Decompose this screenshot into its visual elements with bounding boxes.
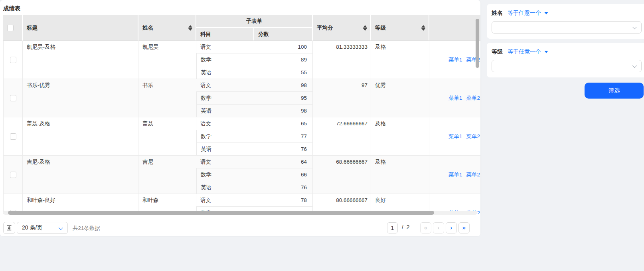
grid-card: 成绩表 标题 姓 (0, 0, 480, 236)
filter-grade-label: 等级 (492, 48, 503, 55)
row-checkbox[interactable] (10, 133, 16, 140)
page-root: 成绩表 标题 姓 (0, 0, 644, 271)
page-size-select[interactable]: 20 条/页 (17, 222, 68, 234)
score-cell: 77 (254, 130, 313, 143)
row-action-link[interactable]: 菜单1 (448, 95, 462, 101)
subject-cell: 数学 (196, 168, 254, 181)
row-name-cell: 书乐 (138, 79, 196, 117)
row-title-cell: 盖聂-及格 (23, 117, 138, 156)
row-grade-cell: 及格 (371, 156, 429, 194)
filter-card-grade: 等级 等于任意一个 (487, 43, 644, 77)
subject-cell: 英语 (196, 66, 254, 79)
subject-cell: 语文 (196, 156, 254, 168)
table-row: 和叶森-良好 和叶森 语文 78 80.66666667 良好 菜单1菜单2 (3, 194, 480, 207)
current-page-input[interactable]: 1 (387, 222, 398, 233)
row-checkbox-cell (3, 156, 23, 194)
row-action-link[interactable]: 菜单2 (466, 95, 480, 101)
last-page-button[interactable]: » (458, 222, 470, 233)
prev-page-button[interactable]: ‹ (433, 222, 444, 233)
score-cell: 64 (254, 156, 313, 168)
row-action-link[interactable]: 菜单1 (448, 57, 462, 63)
header-actions (429, 15, 480, 41)
score-cell: 55 (254, 66, 313, 79)
score-cell: 98 (254, 105, 313, 117)
row-action-link[interactable]: 菜单2 (466, 172, 480, 178)
row-average-cell: 68.66666667 (313, 156, 371, 194)
row-actions-cell: 菜单1菜单2 (429, 117, 480, 156)
filter-grade-select[interactable] (492, 60, 642, 72)
row-checkbox[interactable] (10, 95, 16, 101)
row-checkbox[interactable] (10, 57, 16, 63)
page-count-label: / 2 (402, 224, 411, 230)
header-score: 分数 (254, 28, 313, 41)
next-page-button[interactable]: › (446, 222, 457, 233)
filter-name-operator[interactable]: 等于任意一个 (508, 10, 548, 17)
table-row: 吉尼-及格 吉尼 语文 64 68.66666667 及格 菜单1菜单2 (3, 156, 480, 168)
table-body: 凯尼昊-及格 凯尼昊 语文 100 81.33333333 及格 菜单1菜单2 … (3, 41, 480, 214)
header-name: 姓名 (138, 15, 196, 41)
row-action-link[interactable]: 菜单2 (466, 133, 480, 139)
sort-icon-name[interactable] (188, 25, 192, 31)
subject-cell: 语文 (196, 41, 254, 53)
row-checkbox-cell (3, 79, 23, 117)
row-title-cell: 吉尼-及格 (23, 156, 138, 194)
double-chevron-right-icon: » (462, 225, 466, 231)
horizontal-scrollbar-thumb[interactable] (8, 211, 434, 215)
header-subject: 科目 (196, 28, 254, 41)
grid-title: 成绩表 (3, 5, 21, 12)
table-row: 书乐-优秀 书乐 语文 98 97 优秀 菜单1菜单2 (3, 79, 480, 92)
row-checkbox[interactable] (10, 172, 16, 178)
table-row: 盖聂-及格 盖聂 语文 65 72.66666667 及格 菜单1菜单2 (3, 117, 480, 130)
score-cell: 100 (254, 41, 313, 53)
chevron-left-icon: ‹ (437, 225, 440, 231)
chevron-right-icon: › (450, 225, 452, 231)
subject-cell: 语文 (196, 117, 254, 130)
row-average-cell: 81.33333333 (313, 41, 371, 79)
subject-cell: 英语 (196, 105, 254, 117)
double-chevron-left-icon: « (424, 225, 428, 231)
expand-height-button[interactable] (3, 222, 15, 234)
row-title-cell: 书乐-优秀 (23, 79, 138, 117)
header-title: 标题 (23, 15, 138, 41)
row-action-link[interactable]: 菜单1 (448, 172, 462, 178)
select-all-checkbox[interactable] (7, 25, 14, 31)
filter-card-name: 姓名 等于任意一个 (487, 4, 644, 39)
filter-name-label: 姓名 (492, 10, 503, 17)
row-action-link[interactable]: 菜单1 (448, 133, 462, 139)
score-cell: 89 (254, 53, 313, 66)
score-cell: 98 (254, 79, 313, 92)
subject-cell: 英语 (196, 181, 254, 194)
header-average: 平均分 (313, 15, 371, 41)
header-select-all-cell (3, 15, 23, 41)
header-grade: 等级 (371, 15, 429, 41)
grid-footer: 20 条/页 共21条数据 1 / 2 « ‹ › » (0, 219, 480, 236)
first-page-button[interactable]: « (420, 222, 431, 233)
filter-name-select[interactable] (492, 21, 642, 34)
row-grade-cell: 优秀 (371, 79, 429, 117)
expand-height-icon (6, 225, 12, 231)
row-actions-cell: 菜单1菜单2 (429, 41, 480, 79)
score-cell: 66 (254, 168, 313, 181)
table-viewport: 标题 姓名 子表单 平均分 (3, 15, 480, 214)
horizontal-scrollbar-track[interactable] (3, 211, 477, 215)
score-cell: 65 (254, 117, 313, 130)
sort-icon-average[interactable] (363, 25, 367, 31)
total-count-label: 共21条数据 (73, 225, 100, 232)
row-average-cell: 97 (313, 79, 371, 117)
header-subform: 子表单 (196, 15, 313, 28)
row-grade-cell: 及格 (371, 41, 429, 79)
filter-grade-operator[interactable]: 等于任意一个 (508, 48, 548, 55)
grade-table: 标题 姓名 子表单 平均分 (3, 15, 480, 214)
vertical-scrollbar-thumb[interactable] (476, 19, 479, 68)
subject-cell: 语文 (196, 79, 254, 92)
row-checkbox-cell (3, 117, 23, 156)
row-name-cell: 凯尼昊 (138, 41, 196, 79)
subject-cell: 数学 (196, 53, 254, 66)
score-cell: 78 (254, 194, 313, 207)
sort-icon-grade[interactable] (421, 25, 425, 31)
table-header: 标题 姓名 子表单 平均分 (3, 15, 480, 41)
row-actions-cell: 菜单1菜单2 (429, 156, 480, 194)
table-row: 凯尼昊-及格 凯尼昊 语文 100 81.33333333 及格 菜单1菜单2 (3, 41, 480, 53)
filter-submit-button[interactable]: 筛选 (585, 83, 644, 99)
score-cell: 76 (254, 143, 313, 156)
